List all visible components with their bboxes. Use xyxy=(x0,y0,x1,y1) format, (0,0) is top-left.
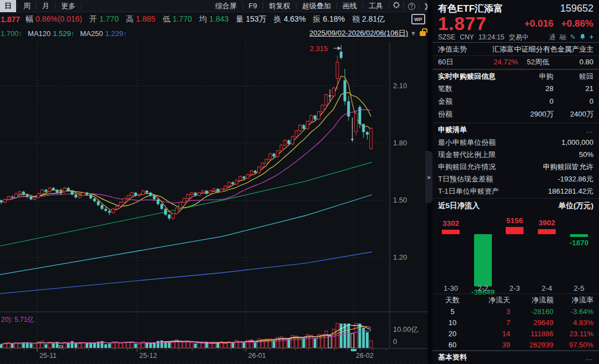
stat-换: 换 4.63% xyxy=(274,14,306,24)
flow-bar-2-2 xyxy=(474,234,492,286)
subs-value-subscribe: 28 xyxy=(501,84,553,93)
list-row-value: 申购赎回皆允许 xyxy=(543,162,593,172)
tab-更多[interactable]: 更多 xyxy=(57,0,80,12)
menu-divider xyxy=(389,2,389,9)
list-row-label: 现金替代比例上限 xyxy=(438,150,496,160)
stat-幅: 幅 0.86%(0.016) xyxy=(26,14,82,24)
table-cell: 净流额 xyxy=(510,295,553,305)
stat-均: 均 1.843 xyxy=(199,14,229,24)
subs-value-subscribe: 2900万 xyxy=(501,109,553,119)
tag-通: 通 xyxy=(549,33,556,41)
subs-value-subscribe: 0 xyxy=(501,97,553,105)
flows-title: 近5日净流入 xyxy=(438,201,480,211)
stat-value: 0.86%(0.016) xyxy=(36,14,82,23)
subs-row-笔数: 笔数2821 xyxy=(438,83,593,94)
menu-divider xyxy=(296,2,296,9)
tab-日[interactable]: 日 xyxy=(0,0,16,12)
stat-label: 换 xyxy=(274,14,284,23)
subscribe-col-header: 申购 xyxy=(501,72,553,82)
menu-item-工具[interactable]: 工具 xyxy=(364,0,387,12)
menu-item-F9[interactable]: F9 xyxy=(244,1,261,11)
edit-icon[interactable]: ✎ xyxy=(570,33,576,41)
flow-cat-label: 2-3 xyxy=(497,284,532,292)
svg-text:10.00亿: 10.00亿 xyxy=(393,325,419,333)
svg-text:1.20: 1.20 xyxy=(393,253,407,261)
stat-value: 1.843 xyxy=(209,14,229,23)
add-watchlist-icon[interactable]: + xyxy=(590,33,593,41)
table-cell: 10 xyxy=(438,318,467,327)
menu-item-画线[interactable]: 画线 xyxy=(338,0,361,12)
tab-周[interactable]: 周 xyxy=(19,0,35,12)
list-row-4: T日预估现金差额-1932.86元 xyxy=(438,174,593,184)
list-row-value: -1932.86元 xyxy=(558,174,593,184)
nav-trend-label[interactable]: 净值走势 xyxy=(438,44,467,54)
table-cell: -3.64% xyxy=(553,307,593,316)
subs-row-label: 份额 xyxy=(438,109,452,119)
list-row-5: T-1日单位申赎资产1861281.42元 xyxy=(438,186,593,196)
tab-divider xyxy=(55,2,56,9)
table-cell: 5 xyxy=(438,307,467,316)
top-toolbar: 日周月更多 综合屏F9前复权超级叠加画线工具?❯ xyxy=(0,0,432,12)
list-row-value: 50% xyxy=(579,150,593,159)
stat-label: 量 xyxy=(236,14,246,23)
menu-item-超级叠加[interactable]: 超级叠加 xyxy=(298,0,335,12)
subs-row-label: 金额 xyxy=(438,97,452,107)
svg-text:25-12: 25-12 xyxy=(139,352,157,360)
redeem-col-header: 赎回 xyxy=(553,72,593,82)
svg-text:26-01: 26-01 xyxy=(248,352,266,360)
table-cell: 111886 xyxy=(510,330,553,338)
subs-value-redeem: 0 xyxy=(553,97,593,105)
ma60-value: 1.700↑ xyxy=(1,29,22,38)
candlestick-chart[interactable]: 2.31520): 5.71亿2.101.801.501.2010.00亿025… xyxy=(0,42,427,364)
list-row-label: T日预估现金差额 xyxy=(438,174,493,184)
flow-cat-label: 2-5 xyxy=(561,284,597,292)
help-icon[interactable]: ? xyxy=(405,2,417,10)
exchange-label: SZSE xyxy=(438,33,455,41)
d60-change: 24.72% xyxy=(470,58,518,66)
alert-bell-icon[interactable] xyxy=(580,33,586,42)
table-row: 603926293997.50% xyxy=(438,339,593,350)
table-cell: 4.83% xyxy=(553,318,593,327)
table-cell: 29649 xyxy=(510,318,553,327)
flow-bar-2-5 xyxy=(570,234,588,237)
svg-text:2.315: 2.315 xyxy=(310,44,328,53)
svg-text:26-02: 26-02 xyxy=(356,352,374,360)
quote-stats-row: 1.877 幅 0.86%(0.016)开 1.770高 1.885低 1.77… xyxy=(0,12,432,27)
list-row-2: 现金替代比例上限50% xyxy=(438,149,593,160)
wp-badge-icon[interactable]: WP xyxy=(411,14,425,24)
stat-value: 4.63% xyxy=(284,14,306,23)
menu-divider xyxy=(419,2,419,9)
basic-info-more-button[interactable]: … xyxy=(586,353,593,362)
price-change-pct: +0.86% xyxy=(561,18,593,29)
flow-value-label: -1870 xyxy=(561,239,597,247)
basic-info-header[interactable]: 基本资料 xyxy=(438,352,467,362)
flow-cat-label: 1-30 xyxy=(433,284,469,292)
stat-高: 高 1.885 xyxy=(126,14,155,24)
ma120-label: MA120 xyxy=(28,29,51,38)
date-range-selector[interactable]: 2025/09/02-2026/02/06(106日) ▼ xyxy=(309,28,432,38)
tag-融: 融 xyxy=(560,33,566,41)
flow-value-label: 3902 xyxy=(529,219,565,227)
unlock-icon[interactable] xyxy=(420,31,426,36)
tab-divider xyxy=(81,2,82,9)
menu-item-综合屏[interactable]: 综合屏 xyxy=(211,0,241,12)
table-cell: 14 xyxy=(467,330,510,338)
list-more-button[interactable]: … xyxy=(586,126,593,134)
panel-collapse-handle[interactable]: » xyxy=(425,151,432,203)
tab-divider xyxy=(36,2,37,9)
menu-divider xyxy=(336,2,337,9)
chart-canvas[interactable]: 2.31520): 5.71亿2.101.801.501.2010.00亿025… xyxy=(0,42,427,364)
quote-stats-items: 幅 0.86%(0.016)开 1.770高 1.885低 1.770均 1.8… xyxy=(26,14,392,24)
date-range-text[interactable]: 2025/09/02-2026/02/06(106日) xyxy=(309,28,408,38)
scroll-indicator[interactable] xyxy=(351,349,356,351)
flow-bar-1-30 xyxy=(442,230,460,234)
stat-label: 高 xyxy=(126,14,136,23)
stat-开: 开 1.770 xyxy=(89,14,119,24)
menu-item-前复权[interactable]: 前复权 xyxy=(264,0,295,12)
chevron-down-icon[interactable]: ▼ xyxy=(410,30,416,37)
gear-icon[interactable] xyxy=(390,1,402,11)
subs-section-header: 实时申购赎回信息 xyxy=(438,72,496,82)
currency-label: CNY xyxy=(460,33,474,41)
tab-月[interactable]: 月 xyxy=(38,0,54,12)
list-row-label: 最小申赎单位份额 xyxy=(438,138,496,148)
